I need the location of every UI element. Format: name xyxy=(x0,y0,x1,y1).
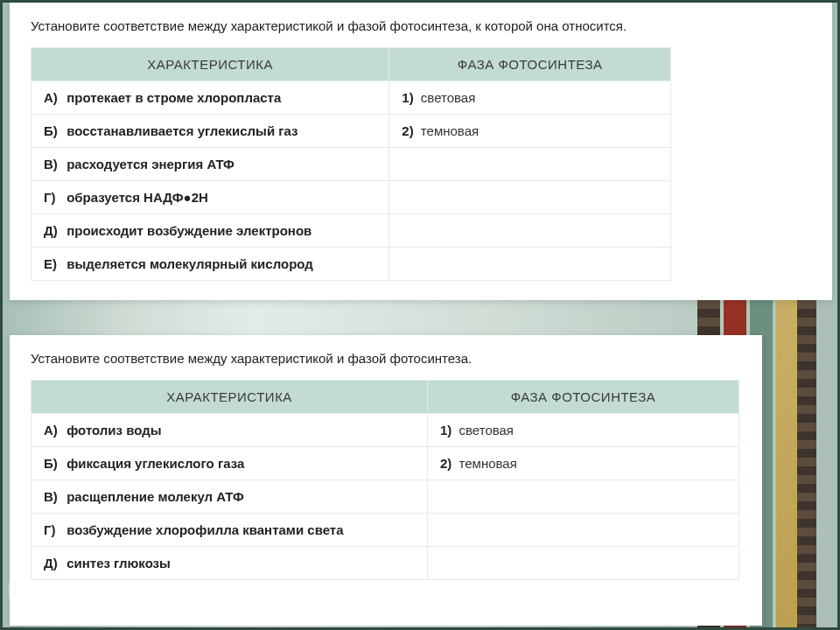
phase-number: 2) xyxy=(440,456,455,471)
characteristic-cell: Г) образуется НАДФ●2Н xyxy=(32,181,389,214)
row-letter: А) фотолиз воды xyxy=(44,423,162,438)
row-letter: Б) фиксация углекислого газа xyxy=(44,456,244,471)
characteristic-cell: Г) возбуждение хлорофилла квантами света xyxy=(32,514,428,547)
header-phase-1: ФАЗА ФОТОСИНТЕЗА xyxy=(389,48,671,81)
header-phase-2: ФАЗА ФОТОСИНТЕЗА xyxy=(428,381,739,414)
row-letter: Е) выделяется молекулярный кислород xyxy=(44,256,313,271)
phase-cell: 2) темновая xyxy=(428,447,739,480)
row-letter: В) расходуется энергия АТФ xyxy=(44,157,234,172)
question-card-1: Установите соответствие между характерис… xyxy=(10,3,832,300)
characteristic-cell: А) фотолиз воды xyxy=(32,414,428,447)
characteristic-cell: Д) происходит возбуждение электронов xyxy=(32,214,389,248)
row-letter: Г) образуется НАДФ●2Н xyxy=(44,190,208,205)
characteristic-cell: В) расходуется энергия АТФ xyxy=(32,148,389,181)
phase-cell xyxy=(428,514,739,547)
phase-cell xyxy=(389,214,671,248)
phase-cell: 1) световая xyxy=(389,81,671,115)
phase-cell xyxy=(389,181,671,214)
matching-table-2: ХАРАКТЕРИСТИКА ФАЗА ФОТОСИНТЕЗА А) фотол… xyxy=(31,380,739,580)
phase-cell xyxy=(428,480,739,514)
header-characteristic-2: ХАРАКТЕРИСТИКА xyxy=(32,381,428,414)
table-row: Б) восстанавливается углекислый газ2) те… xyxy=(32,115,671,148)
row-letter: Д) синтез глюкозы xyxy=(44,556,171,570)
table-row: Г) образуется НАДФ●2Н xyxy=(32,181,671,214)
phase-number: 1) xyxy=(402,90,416,105)
table-row: Е) выделяется молекулярный кислород xyxy=(32,248,671,281)
slide-background: Установите соответствие между характерис… xyxy=(0,0,840,630)
characteristic-cell: Д) синтез глюкозы xyxy=(32,547,428,580)
phase-cell xyxy=(389,148,671,181)
table-row: В) расходуется энергия АТФ xyxy=(32,148,671,181)
phase-text: световая xyxy=(417,90,476,105)
phase-number: 2) xyxy=(402,123,416,138)
row-letter: Б) восстанавливается углекислый газ xyxy=(44,123,298,138)
table-row: В) расщепление молекул АТФ xyxy=(32,480,739,514)
characteristic-cell: Е) выделяется молекулярный кислород xyxy=(32,248,389,281)
row-letter: В) расщепление молекул АТФ xyxy=(44,489,244,504)
matching-table-1: ХАРАКТЕРИСТИКА ФАЗА ФОТОСИНТЕЗА А) проте… xyxy=(31,47,671,281)
characteristic-cell: Б) фиксация углекислого газа xyxy=(32,447,428,480)
table-row: Б) фиксация углекислого газа2) темновая xyxy=(32,447,739,480)
characteristic-cell: Б) восстанавливается углекислый газ xyxy=(32,115,389,148)
table-row: Д) происходит возбуждение электронов xyxy=(32,214,671,248)
phase-cell xyxy=(389,248,671,281)
phase-cell: 1) световая xyxy=(428,414,739,447)
table-row: Г) возбуждение хлорофилла квантами света xyxy=(32,514,739,547)
row-letter: А) протекает в строме хлоропласта xyxy=(44,90,281,105)
characteristic-cell: В) расщепление молекул АТФ xyxy=(32,480,428,514)
table-row: Д) синтез глюкозы xyxy=(32,547,739,580)
prompt-text-2: Установите соответствие между характерис… xyxy=(10,335,762,371)
phase-cell xyxy=(428,547,739,580)
phase-text: темновая xyxy=(455,456,516,471)
header-characteristic-1: ХАРАКТЕРИСТИКА xyxy=(32,48,389,81)
prompt-text-1: Установите соответствие между характерис… xyxy=(10,3,832,38)
table-body-2: А) фотолиз воды1) световаяБ) фиксация уг… xyxy=(32,414,739,580)
table-row: А) протекает в строме хлоропласта1) свет… xyxy=(32,81,671,115)
phase-text: световая xyxy=(455,423,514,438)
table-body-1: А) протекает в строме хлоропласта1) свет… xyxy=(32,81,671,281)
row-letter: Г) возбуждение хлорофилла квантами света xyxy=(44,522,344,537)
row-letter: Д) происходит возбуждение электронов xyxy=(44,223,312,238)
characteristic-cell: А) протекает в строме хлоропласта xyxy=(32,81,389,115)
phase-cell: 2) темновая xyxy=(389,115,671,148)
phase-text: темновая xyxy=(417,123,479,138)
table-row: А) фотолиз воды1) световая xyxy=(32,414,739,447)
phase-number: 1) xyxy=(440,423,455,438)
question-card-2: Установите соответствие между характерис… xyxy=(10,335,762,626)
